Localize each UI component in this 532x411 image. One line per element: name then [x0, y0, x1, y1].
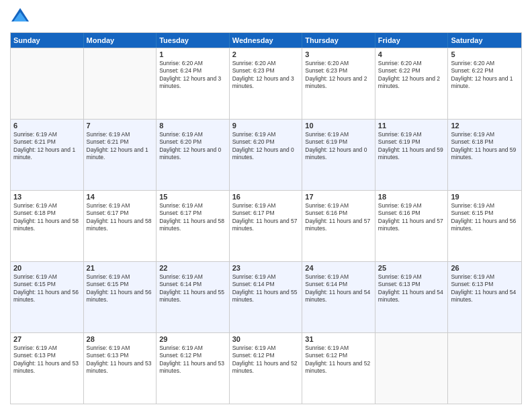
week-row-4: 27Sunrise: 6:19 AM Sunset: 6:13 PM Dayli… [11, 332, 521, 404]
day-number: 21 [87, 264, 154, 272]
cal-cell-w4-d5 [375, 333, 449, 404]
cell-info: Sunrise: 6:20 AM Sunset: 6:22 PM Dayligh… [378, 60, 445, 91]
day-number: 1 [159, 50, 226, 58]
week-row-0: 1Sunrise: 6:20 AM Sunset: 6:24 PM Daylig… [11, 48, 521, 119]
day-number: 3 [305, 50, 372, 58]
cal-cell-w2-d4: 17Sunrise: 6:19 AM Sunset: 6:16 PM Dayli… [302, 191, 375, 261]
cell-info: Sunrise: 6:19 AM Sunset: 6:19 PM Dayligh… [378, 131, 445, 162]
cell-info: Sunrise: 6:19 AM Sunset: 6:17 PM Dayligh… [87, 202, 154, 233]
header [10, 7, 522, 27]
cal-cell-w0-d3: 2Sunrise: 6:20 AM Sunset: 6:23 PM Daylig… [230, 48, 303, 119]
cell-info: Sunrise: 6:19 AM Sunset: 6:19 PM Dayligh… [305, 131, 372, 162]
cell-info: Sunrise: 6:19 AM Sunset: 6:12 PM Dayligh… [305, 345, 372, 375]
cal-cell-w2-d5: 18Sunrise: 6:19 AM Sunset: 6:16 PM Dayli… [375, 191, 449, 261]
cal-cell-w1-d2: 8Sunrise: 6:19 AM Sunset: 6:20 PM Daylig… [157, 120, 230, 190]
day-number: 2 [232, 50, 300, 58]
cal-cell-w2-d6: 19Sunrise: 6:19 AM Sunset: 6:15 PM Dayli… [448, 191, 521, 261]
day-number: 17 [305, 193, 372, 201]
cal-cell-w2-d1: 14Sunrise: 6:19 AM Sunset: 6:17 PM Dayli… [84, 191, 157, 261]
cal-cell-w1-d1: 7Sunrise: 6:19 AM Sunset: 6:21 PM Daylig… [84, 120, 157, 190]
cal-cell-w3-d4: 24Sunrise: 6:19 AM Sunset: 6:14 PM Dayli… [302, 262, 375, 332]
cell-info: Sunrise: 6:19 AM Sunset: 6:13 PM Dayligh… [451, 273, 519, 304]
page: SundayMondayTuesdayWednesdayThursdayFrid… [0, 0, 532, 411]
day-number: 14 [87, 193, 154, 201]
cell-info: Sunrise: 6:20 AM Sunset: 6:24 PM Dayligh… [159, 60, 226, 91]
cell-info: Sunrise: 6:19 AM Sunset: 6:15 PM Dayligh… [87, 273, 154, 304]
day-number: 4 [378, 50, 445, 58]
cal-cell-w1-d3: 9Sunrise: 6:19 AM Sunset: 6:20 PM Daylig… [230, 120, 303, 190]
day-number: 19 [451, 193, 519, 201]
cell-info: Sunrise: 6:19 AM Sunset: 6:13 PM Dayligh… [13, 345, 81, 375]
logo [10, 7, 32, 27]
cell-info: Sunrise: 6:19 AM Sunset: 6:15 PM Dayligh… [451, 202, 519, 233]
cell-info: Sunrise: 6:19 AM Sunset: 6:20 PM Dayligh… [232, 131, 300, 162]
cell-info: Sunrise: 6:19 AM Sunset: 6:20 PM Dayligh… [159, 131, 226, 162]
week-row-2: 13Sunrise: 6:19 AM Sunset: 6:18 PM Dayli… [11, 190, 521, 261]
header-day-sunday: Sunday [11, 33, 84, 48]
day-number: 5 [451, 50, 519, 58]
cal-cell-w1-d0: 6Sunrise: 6:19 AM Sunset: 6:21 PM Daylig… [11, 120, 84, 190]
cal-cell-w4-d3: 30Sunrise: 6:19 AM Sunset: 6:12 PM Dayli… [230, 333, 303, 404]
cal-cell-w4-d0: 27Sunrise: 6:19 AM Sunset: 6:13 PM Dayli… [11, 333, 84, 404]
day-number: 15 [159, 193, 226, 201]
cal-cell-w1-d6: 12Sunrise: 6:19 AM Sunset: 6:18 PM Dayli… [448, 120, 521, 190]
cal-cell-w4-d1: 28Sunrise: 6:19 AM Sunset: 6:13 PM Dayli… [84, 333, 157, 404]
cell-info: Sunrise: 6:19 AM Sunset: 6:14 PM Dayligh… [232, 273, 300, 304]
day-number: 7 [87, 122, 154, 130]
cal-cell-w0-d5: 4Sunrise: 6:20 AM Sunset: 6:22 PM Daylig… [375, 48, 449, 119]
cal-cell-w4-d4: 31Sunrise: 6:19 AM Sunset: 6:12 PM Dayli… [302, 333, 375, 404]
cal-cell-w0-d6: 5Sunrise: 6:20 AM Sunset: 6:22 PM Daylig… [448, 48, 521, 119]
cal-cell-w3-d3: 23Sunrise: 6:19 AM Sunset: 6:14 PM Dayli… [230, 262, 303, 332]
cal-cell-w2-d3: 16Sunrise: 6:19 AM Sunset: 6:17 PM Dayli… [230, 191, 303, 261]
cal-cell-w0-d1 [84, 48, 157, 119]
day-number: 11 [378, 122, 445, 130]
cal-cell-w3-d1: 21Sunrise: 6:19 AM Sunset: 6:15 PM Dayli… [84, 262, 157, 332]
day-number: 31 [305, 335, 372, 343]
cell-info: Sunrise: 6:19 AM Sunset: 6:14 PM Dayligh… [159, 273, 226, 304]
cal-cell-w3-d2: 22Sunrise: 6:19 AM Sunset: 6:14 PM Dayli… [157, 262, 230, 332]
header-day-wednesday: Wednesday [230, 33, 303, 48]
cell-info: Sunrise: 6:20 AM Sunset: 6:23 PM Dayligh… [232, 60, 300, 91]
day-number: 12 [451, 122, 519, 130]
cell-info: Sunrise: 6:19 AM Sunset: 6:17 PM Dayligh… [232, 202, 300, 233]
cell-info: Sunrise: 6:19 AM Sunset: 6:16 PM Dayligh… [305, 202, 372, 233]
cal-cell-w3-d6: 26Sunrise: 6:19 AM Sunset: 6:13 PM Dayli… [448, 262, 521, 332]
day-number: 18 [378, 193, 445, 201]
cell-info: Sunrise: 6:19 AM Sunset: 6:21 PM Dayligh… [13, 131, 81, 162]
header-day-monday: Monday [84, 33, 157, 48]
header-day-saturday: Saturday [448, 33, 521, 48]
cell-info: Sunrise: 6:19 AM Sunset: 6:18 PM Dayligh… [451, 131, 519, 162]
cal-cell-w4-d6 [448, 333, 521, 404]
day-number: 22 [159, 264, 226, 272]
cell-info: Sunrise: 6:19 AM Sunset: 6:16 PM Dayligh… [378, 202, 445, 233]
cal-cell-w4-d2: 29Sunrise: 6:19 AM Sunset: 6:12 PM Dayli… [157, 333, 230, 404]
day-number: 29 [159, 335, 226, 343]
day-number: 26 [451, 264, 519, 272]
day-number: 30 [232, 335, 300, 343]
calendar-body: 1Sunrise: 6:20 AM Sunset: 6:24 PM Daylig… [11, 48, 521, 404]
cell-info: Sunrise: 6:20 AM Sunset: 6:22 PM Dayligh… [451, 60, 519, 91]
cell-info: Sunrise: 6:19 AM Sunset: 6:12 PM Dayligh… [159, 345, 226, 375]
cal-cell-w2-d0: 13Sunrise: 6:19 AM Sunset: 6:18 PM Dayli… [11, 191, 84, 261]
day-number: 24 [305, 264, 372, 272]
day-number: 16 [232, 193, 300, 201]
day-number: 28 [87, 335, 154, 343]
cell-info: Sunrise: 6:19 AM Sunset: 6:18 PM Dayligh… [13, 202, 81, 233]
cal-cell-w0-d4: 3Sunrise: 6:20 AM Sunset: 6:23 PM Daylig… [302, 48, 375, 119]
cal-cell-w1-d4: 10Sunrise: 6:19 AM Sunset: 6:19 PM Dayli… [302, 120, 375, 190]
cal-cell-w0-d2: 1Sunrise: 6:20 AM Sunset: 6:24 PM Daylig… [157, 48, 230, 119]
cell-info: Sunrise: 6:19 AM Sunset: 6:15 PM Dayligh… [13, 273, 81, 304]
cell-info: Sunrise: 6:20 AM Sunset: 6:23 PM Dayligh… [305, 60, 372, 91]
day-number: 25 [378, 264, 445, 272]
week-row-1: 6Sunrise: 6:19 AM Sunset: 6:21 PM Daylig… [11, 119, 521, 190]
header-day-friday: Friday [375, 33, 449, 48]
cal-cell-w0-d0 [11, 48, 84, 119]
day-number: 8 [159, 122, 226, 130]
cell-info: Sunrise: 6:19 AM Sunset: 6:13 PM Dayligh… [87, 345, 154, 375]
cell-info: Sunrise: 6:19 AM Sunset: 6:12 PM Dayligh… [232, 345, 300, 375]
day-number: 10 [305, 122, 372, 130]
cell-info: Sunrise: 6:19 AM Sunset: 6:21 PM Dayligh… [87, 131, 154, 162]
cal-cell-w3-d5: 25Sunrise: 6:19 AM Sunset: 6:13 PM Dayli… [375, 262, 449, 332]
day-number: 13 [13, 193, 81, 201]
day-number: 9 [232, 122, 300, 130]
